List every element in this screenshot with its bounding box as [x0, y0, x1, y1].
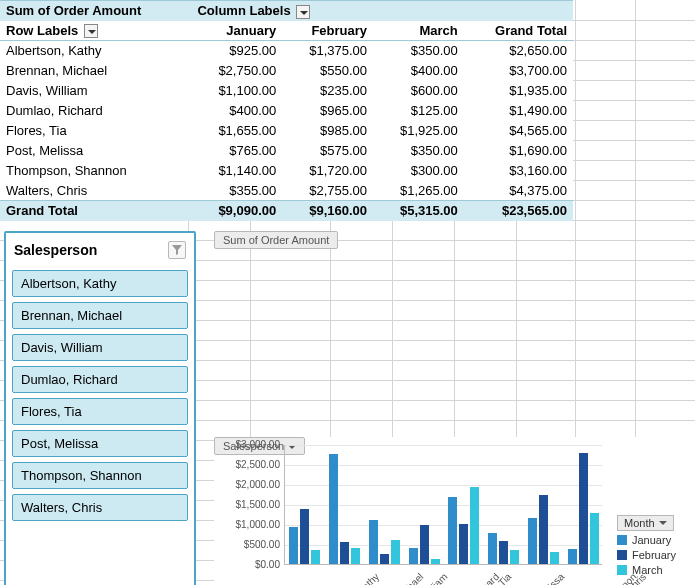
slicer-item[interactable]: Dumlao, Richard — [12, 366, 188, 393]
value-field-pill[interactable]: Sum of Order Amount — [214, 231, 338, 249]
y-tick-label: $0.00 — [214, 559, 280, 570]
grand-total: $23,565.00 — [464, 201, 573, 221]
grand-total-label: Grand Total — [0, 201, 191, 221]
cell: $965.00 — [282, 101, 373, 121]
row-label: Dumlao, Richard — [0, 101, 191, 121]
col-grand: Grand Total — [464, 21, 573, 41]
column-labels-header: Column Labels — [191, 1, 373, 21]
legend-swatch — [617, 535, 627, 545]
y-tick-label: $3,000.00 — [214, 439, 280, 450]
legend-swatch — [617, 550, 627, 560]
cell: $1,265.00 — [373, 181, 464, 201]
cell: $300.00 — [373, 161, 464, 181]
cell: $1,925.00 — [373, 121, 464, 141]
row-total: $1,935.00 — [464, 81, 573, 101]
bar — [329, 454, 338, 564]
cell: $1,655.00 — [191, 121, 282, 141]
legend-field-pill[interactable]: Month — [617, 515, 674, 531]
table-row: Davis, William$1,100.00$235.00$600.00$1,… — [0, 81, 573, 101]
cell: $925.00 — [191, 41, 282, 61]
cell: $985.00 — [282, 121, 373, 141]
cell: $765.00 — [191, 141, 282, 161]
bar — [499, 541, 508, 564]
y-tick-label: $2,000.00 — [214, 479, 280, 490]
cell: $575.00 — [282, 141, 373, 161]
row-total: $2,650.00 — [464, 41, 573, 61]
table-row: Thompson, Shannon$1,140.00$1,720.00$300.… — [0, 161, 573, 181]
cell: $350.00 — [373, 41, 464, 61]
row-total: $3,700.00 — [464, 61, 573, 81]
y-tick-label: $500.00 — [214, 539, 280, 550]
bar — [289, 527, 298, 564]
legend-item: February — [617, 549, 676, 561]
row-label: Albertson, Kathy — [0, 41, 191, 61]
slicer-title: Salesperson — [14, 242, 97, 258]
x-tick-label: Post, Melissa — [516, 571, 566, 585]
cell: $125.00 — [373, 101, 464, 121]
legend-swatch — [617, 565, 627, 575]
column-labels-dropdown[interactable] — [296, 5, 310, 19]
row-label: Walters, Chris — [0, 181, 191, 201]
slicer-item[interactable]: Albertson, Kathy — [12, 270, 188, 297]
cell: $355.00 — [191, 181, 282, 201]
y-tick-label: $2,500.00 — [214, 459, 280, 470]
bar — [420, 525, 429, 564]
bar — [470, 487, 479, 564]
grand-february: $9,160.00 — [282, 201, 373, 221]
bar — [431, 559, 440, 564]
col-january: January — [191, 21, 282, 41]
cell: $1,100.00 — [191, 81, 282, 101]
bar — [369, 520, 378, 564]
slicer-item[interactable]: Walters, Chris — [12, 494, 188, 521]
row-total: $1,690.00 — [464, 141, 573, 161]
bar — [409, 548, 418, 564]
legend-item: March — [617, 564, 676, 576]
row-total: $4,565.00 — [464, 121, 573, 141]
pivot-table: Sum of Order Amount Column Labels Row La… — [0, 0, 573, 221]
slicer-item[interactable]: Davis, William — [12, 334, 188, 361]
cell: $1,375.00 — [282, 41, 373, 61]
row-label: Post, Melissa — [0, 141, 191, 161]
legend-item: January — [617, 534, 676, 546]
table-row: Walters, Chris$355.00$2,755.00$1,265.00$… — [0, 181, 573, 201]
bar — [568, 549, 577, 563]
slicer-item[interactable]: Flores, Tia — [12, 398, 188, 425]
cell: $400.00 — [191, 101, 282, 121]
slicer-item[interactable]: Post, Melissa — [12, 430, 188, 457]
bar — [488, 533, 497, 564]
bar — [380, 554, 389, 563]
salesperson-slicer: Salesperson Albertson, KathyBrennan, Mic… — [4, 231, 196, 585]
cell: $1,720.00 — [282, 161, 373, 181]
bar — [340, 542, 349, 564]
cell: $350.00 — [373, 141, 464, 161]
grand-january: $9,090.00 — [191, 201, 282, 221]
x-tick-label: Albertson, Kathy — [321, 571, 381, 585]
value-field-label: Sum of Order Amount — [0, 1, 191, 21]
bar — [391, 540, 400, 564]
row-label: Flores, Tia — [0, 121, 191, 141]
row-label: Davis, William — [0, 81, 191, 101]
bar — [311, 550, 320, 564]
slicer-item[interactable]: Thompson, Shannon — [12, 462, 188, 489]
chart-legend: Month JanuaryFebruaryMarch — [617, 515, 676, 579]
row-labels-header: Row Labels — [0, 21, 191, 41]
y-tick-label: $1,000.00 — [214, 519, 280, 530]
table-row: Albertson, Kathy$925.00$1,375.00$350.00$… — [0, 41, 573, 61]
bar — [579, 453, 588, 563]
clear-filter-icon[interactable] — [168, 241, 186, 259]
row-total: $1,490.00 — [464, 101, 573, 121]
table-row: Brennan, Michael$2,750.00$550.00$400.00$… — [0, 61, 573, 81]
cell: $2,755.00 — [282, 181, 373, 201]
table-row: Dumlao, Richard$400.00$965.00$125.00$1,4… — [0, 101, 573, 121]
cell: $235.00 — [282, 81, 373, 101]
row-label: Thompson, Shannon — [0, 161, 191, 181]
y-tick-label: $1,500.00 — [214, 499, 280, 510]
slicer-item[interactable]: Brennan, Michael — [12, 302, 188, 329]
bar — [539, 495, 548, 564]
row-labels-dropdown[interactable] — [84, 24, 98, 38]
bar — [448, 497, 457, 563]
pivot-chart: Sum of Order Amount $0.00$500.00$1,000.0… — [214, 231, 695, 585]
cell: $1,140.00 — [191, 161, 282, 181]
legend-label: January — [632, 534, 671, 546]
bar — [300, 509, 309, 564]
